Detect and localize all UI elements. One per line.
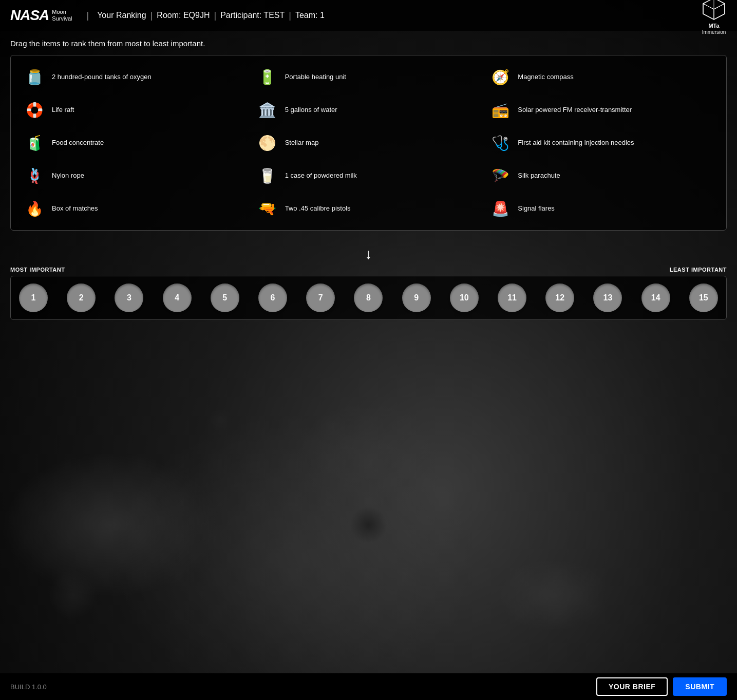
item-label-fm-transmitter: Solar powered FM receiver-transmitter [518,106,632,115]
item-label-portable-heating: Portable heating unit [285,73,346,82]
rank-slot-14[interactable]: 14 [641,283,670,312]
item-signal-flares[interactable]: 🚨 Signal flares [485,192,718,225]
item-label-silk-parachute: Silk parachute [518,172,560,180]
rank-slot-5[interactable]: 5 [211,283,239,312]
most-important-label: MOST IMPORTANT [10,267,65,273]
rank-slot-6[interactable]: 6 [258,283,287,312]
divider-1: | [86,10,89,21]
rank-slot-8[interactable]: 8 [354,283,383,312]
arrow-section: ↓ [0,239,737,267]
item-icon-fm-transmitter: 📻 [489,99,512,121]
item-icon-portable-heating: 🔋 [256,66,279,88]
item-label-oxygen: 2 hundred-pound tanks of oxygen [52,73,152,82]
item-stellar-map[interactable]: 🌕 Stellar map [252,126,485,159]
item-label-compass: Magnetic compass [518,73,573,82]
build-version: BUILD 1.0.0 [10,683,47,691]
item-label-first-aid: First aid kit containing injection needl… [518,139,634,147]
item-icon-pistols: 🔫 [256,197,279,220]
rank-slot-7[interactable]: 7 [306,283,335,312]
room-label: Room: EQ9JH [157,11,210,20]
rank-slot-3[interactable]: 3 [115,283,143,312]
nasa-wordmark: NASA [10,7,49,24]
item-silk-parachute[interactable]: 🪂 Silk parachute [485,159,718,192]
svg-marker-3 [703,4,714,20]
team-label: Team: 1 [295,11,325,20]
item-box-of-matches[interactable]: 🔥 Box of matches [19,192,252,225]
immersion-text: Immersion [702,29,726,35]
instruction-text: Drag the items to rank them from most to… [10,39,727,48]
rank-slot-9[interactable]: 9 [402,283,431,312]
rank-slot-2[interactable]: 2 [67,283,96,312]
footer-buttons: YOUR BRIEF SUBMIT [596,677,727,696]
header-nav: Your Ranking | Room: EQ9JH | Participant… [95,10,327,21]
nasa-logo: NASA Moon Survival [10,7,72,24]
divider-3: | [214,10,216,21]
item-label-nylon-rope: Nylon rope [52,172,84,180]
main-content: Drag the items to rank them from most to… [0,31,737,239]
moon-survival-text: Moon Survival [52,9,72,22]
item-label-life-raft: Life raft [52,106,74,115]
item-icon-nylon-rope: 🪢 [23,164,46,187]
rank-slot-12[interactable]: 12 [545,283,574,312]
divider-2: | [150,10,153,21]
your-ranking-label: Your Ranking [97,11,146,20]
svg-line-5 [703,4,714,9]
rank-slot-10[interactable]: 10 [450,283,479,312]
item-icon-oxygen: 🫙 [23,66,46,88]
divider-4: | [289,10,291,21]
item-water[interactable]: 🏛️ 5 gallons of water [252,93,485,126]
rank-slot-11[interactable]: 11 [498,283,526,312]
item-food-concentrate[interactable]: 🧃 Food concentrate [19,126,252,159]
item-label-food-concentrate: Food concentrate [52,139,104,147]
item-icon-box-of-matches: 🔥 [23,197,46,220]
rank-slot-4[interactable]: 4 [163,283,192,312]
your-brief-button[interactable]: YOUR BRIEF [596,677,668,696]
item-icon-powdered-milk: 🥛 [256,164,279,187]
rank-slot-13[interactable]: 13 [593,283,622,312]
item-label-water: 5 gallons of water [285,106,337,115]
item-life-raft[interactable]: 🛟 Life raft [19,93,252,126]
item-icon-life-raft: 🛟 [23,99,46,121]
mta-text: MTa [702,23,726,29]
item-icon-stellar-map: 🌕 [256,131,279,154]
item-icon-silk-parachute: 🪂 [489,164,512,187]
item-label-pistols: Two .45 calibre pistols [285,204,351,213]
item-pistols[interactable]: 🔫 Two .45 calibre pistols [252,192,485,225]
svg-marker-2 [714,4,725,20]
item-icon-first-aid: 🩺 [489,131,512,154]
items-grid: 🫙 2 hundred-pound tanks of oxygen 🔋 Port… [19,61,718,225]
items-container: 🫙 2 hundred-pound tanks of oxygen 🔋 Port… [10,55,727,231]
app-header: NASA Moon Survival | Your Ranking | Room… [0,0,737,31]
item-portable-heating[interactable]: 🔋 Portable heating unit [252,61,485,93]
down-arrow-icon: ↓ [365,246,372,262]
least-important-label: LEAST IMPORTANT [670,267,727,273]
item-label-box-of-matches: Box of matches [52,204,98,213]
item-icon-compass: 🧭 [489,66,512,88]
participant-label: Participant: TEST [220,11,285,20]
app-footer: BUILD 1.0.0 YOUR BRIEF SUBMIT [0,673,737,700]
ranking-slots[interactable]: 123456789101112131415 [10,276,727,320]
item-icon-food-concentrate: 🧃 [23,131,46,154]
item-oxygen[interactable]: 🫙 2 hundred-pound tanks of oxygen [19,61,252,93]
submit-button[interactable]: SUBMIT [673,677,727,696]
item-powdered-milk[interactable]: 🥛 1 case of powdered milk [252,159,485,192]
item-icon-water: 🏛️ [256,99,279,121]
mta-icon [701,0,727,22]
rank-slot-15[interactable]: 15 [689,283,718,312]
item-icon-signal-flares: 🚨 [489,197,512,220]
ranking-section: MOST IMPORTANT LEAST IMPORTANT 123456789… [0,267,737,320]
rank-slot-1[interactable]: 1 [19,283,48,312]
mta-logo: MTa Immersion [701,0,727,35]
item-label-powdered-milk: 1 case of powdered milk [285,172,357,180]
svg-line-6 [714,4,725,9]
item-first-aid[interactable]: 🩺 First aid kit containing injection nee… [485,126,718,159]
ranking-labels: MOST IMPORTANT LEAST IMPORTANT [10,267,727,273]
item-label-signal-flares: Signal flares [518,204,555,213]
item-compass[interactable]: 🧭 Magnetic compass [485,61,718,93]
item-nylon-rope[interactable]: 🪢 Nylon rope [19,159,252,192]
item-label-stellar-map: Stellar map [285,139,319,147]
item-fm-transmitter[interactable]: 📻 Solar powered FM receiver-transmitter [485,93,718,126]
